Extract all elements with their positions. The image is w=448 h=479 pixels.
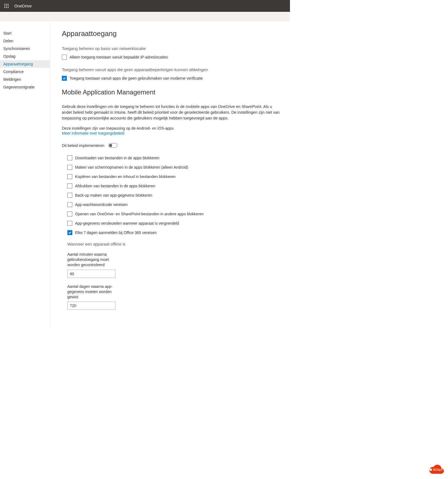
mam-title: Mobile Application Management [62,88,282,96]
checkbox-policy-3[interactable] [67,183,72,188]
sidebar-item-label: Meldingen [3,77,21,82]
checkbox-policy-7[interactable] [67,221,72,226]
sidebar-item-gegevensmigratie[interactable]: Gegevensmigratie [0,83,50,91]
policy-label: Kopiëren van bestanden en inhoud in best… [75,174,176,179]
sidebar-item-apparaattoegang[interactable]: Apparaattoegang [0,60,50,68]
checkbox-modern-auth[interactable] [62,76,67,81]
policy-label: Afdrukken van bestanden in de apps blokk… [75,184,155,188]
page-title: Apparaattoegang [62,29,282,38]
policy-label: Openen van OneDrive- en SharePoint-besta… [75,212,204,216]
checkbox-policy-4[interactable] [67,193,72,198]
command-bar [0,12,290,21]
checkbox-policy-8[interactable] [67,230,72,235]
sidebar-item-synchroniseren[interactable]: Synchroniseren [0,45,50,52]
field-minutes-input[interactable] [67,270,115,278]
sidebar-item-label: Synchroniseren [3,46,30,51]
sidebar-item-opslag[interactable]: Opslag [0,52,50,60]
sidebar-item-label: Start [3,31,12,35]
global-header: OneDrive [0,0,290,12]
policy-label: Downloaden van bestanden in de apps blok… [75,156,159,160]
sidebar-item-delen[interactable]: Delen [0,37,50,45]
mam-note: Deze instellingen zijn van toepassing op… [62,126,282,130]
policy-label: App-gegevens versleutelen wanneer appara… [75,221,179,225]
svg-rect-8 [8,7,9,8]
policy-label: App-wachtwoordcode vereisen [75,202,128,207]
sidebar: Start Delen Synchroniseren Opslag Appara… [0,21,50,327]
sidebar-item-label: Delen [3,39,13,43]
svg-rect-7 [6,7,7,8]
svg-rect-6 [4,7,5,8]
sidebar-item-label: Opslag [3,54,15,59]
policy-label: Back-up maken van app-gegevens blokkeren [75,193,152,197]
field-days-label: Aantal dagen waarna app-gegevens moeten … [67,284,117,300]
sidebar-item-label: Apparaattoegang [3,62,33,66]
svg-rect-0 [4,4,5,5]
svg-rect-3 [4,5,5,6]
svg-rect-1 [6,4,7,5]
sidebar-item-label: Gegevensmigratie [3,85,35,89]
sidebar-item-label: Compliance [3,69,24,74]
checkbox-policy-0[interactable] [67,155,72,160]
mam-description: Gebruik deze instellingen om de toegang … [62,104,282,121]
main-content: Apparaattoegang Toegang beheren op basis… [50,21,290,327]
checkbox-policy-5[interactable] [67,202,72,207]
policy-label: Elke 7 dagen aanmelden bij Office 365 ve… [75,230,157,235]
section-network-label: Toegang beheren op basis van netwerkloca… [62,46,282,51]
checkbox-policy-6[interactable] [67,211,72,216]
checkbox-modern-auth-label: Toegang toestaan vanuit apps die geen ge… [70,76,203,80]
toggle-label: Dit beleid implementeren [62,143,104,148]
checkbox-ip-restrict[interactable] [62,55,67,60]
checkbox-ip-label: Alleen toegang toestaan vanuit bepaalde … [70,55,168,59]
policy-list: Downloaden van bestanden in de apps blok… [67,155,282,235]
svg-rect-2 [8,4,9,5]
svg-rect-5 [8,5,9,6]
checkbox-policy-2[interactable] [67,174,72,179]
offline-heading: Wanneer een apparaat offline is [67,242,282,246]
sidebar-item-compliance[interactable]: Compliance [0,68,50,76]
app-name: OneDrive [14,4,32,8]
field-minutes-label: Aantal minuten waarna gebruikerstoegang … [67,252,117,268]
toggle-deploy-policy[interactable] [108,143,117,148]
svg-rect-4 [6,5,7,6]
checkbox-policy-1[interactable] [67,165,72,170]
policy-label: Maken van schermopnamen in de apps blokk… [75,165,188,169]
sidebar-item-meldingen[interactable]: Meldingen [0,76,50,83]
field-days-input[interactable] [67,302,115,310]
mam-link[interactable]: Meer informatie over toegangsbeleid [62,131,124,135]
section-apps-label: Toegang beheren vanuit apps die geen app… [62,67,282,72]
sidebar-item-start[interactable]: Start [0,29,50,37]
app-launcher-icon[interactable] [2,2,11,10]
